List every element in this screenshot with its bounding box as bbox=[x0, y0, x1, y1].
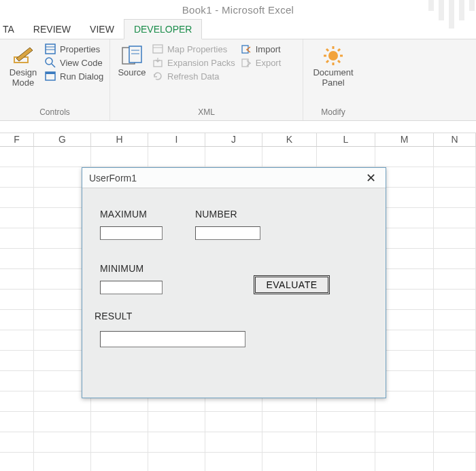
cell[interactable] bbox=[91, 412, 148, 432]
cell[interactable] bbox=[434, 188, 476, 208]
cell[interactable] bbox=[434, 269, 476, 290]
cell[interactable] bbox=[317, 412, 375, 432]
cell[interactable] bbox=[0, 371, 34, 391]
properties-label: Properties bbox=[60, 44, 100, 54]
maximum-input[interactable] bbox=[100, 226, 163, 240]
cell[interactable] bbox=[434, 330, 476, 351]
cell[interactable] bbox=[0, 208, 34, 228]
properties-button[interactable]: Properties bbox=[45, 43, 103, 54]
cell[interactable] bbox=[34, 147, 91, 167]
column-header-M[interactable]: M bbox=[375, 133, 434, 146]
design-mode-button[interactable]: Design Mode bbox=[4, 42, 42, 105]
view-code-button[interactable]: View Code bbox=[45, 57, 103, 68]
run-dialog-icon bbox=[45, 71, 56, 82]
cell[interactable] bbox=[434, 290, 476, 310]
evaluate-button[interactable]: EVALUATE bbox=[254, 275, 330, 294]
grid-row bbox=[0, 453, 476, 471]
view-code-icon bbox=[45, 57, 56, 68]
cell[interactable] bbox=[434, 249, 476, 269]
spreadsheet-grid[interactable]: FGHIJKLMN UserForm1 ✕ MAXIMUM NUMBER MIN… bbox=[0, 133, 476, 471]
cell[interactable] bbox=[34, 453, 91, 471]
cell[interactable] bbox=[148, 147, 205, 167]
cell[interactable] bbox=[262, 147, 317, 167]
cell[interactable] bbox=[0, 167, 34, 188]
number-input[interactable] bbox=[195, 226, 260, 240]
run-dialog-button[interactable]: Run Dialog bbox=[45, 71, 103, 82]
cell[interactable] bbox=[148, 412, 205, 432]
cell[interactable] bbox=[375, 453, 434, 471]
cell[interactable] bbox=[375, 432, 434, 453]
cell[interactable] bbox=[434, 147, 476, 167]
cell[interactable] bbox=[434, 412, 476, 432]
cell[interactable] bbox=[0, 453, 34, 471]
cell[interactable] bbox=[434, 391, 476, 412]
properties-icon bbox=[45, 43, 56, 54]
result-label: RESULT bbox=[95, 311, 132, 321]
import-button[interactable]: Import bbox=[241, 43, 282, 54]
result-input[interactable] bbox=[100, 331, 245, 347]
cell[interactable] bbox=[0, 249, 34, 269]
cell[interactable] bbox=[434, 453, 476, 471]
cell[interactable] bbox=[434, 351, 476, 371]
cell[interactable] bbox=[148, 432, 205, 453]
cell[interactable] bbox=[34, 412, 91, 432]
minimum-input[interactable] bbox=[100, 281, 163, 294]
tab-data[interactable]: TA bbox=[0, 20, 24, 39]
cell[interactable] bbox=[0, 412, 34, 432]
cell[interactable] bbox=[0, 290, 34, 310]
cell[interactable] bbox=[34, 432, 91, 453]
column-headers[interactable]: FGHIJKLMN bbox=[0, 133, 476, 147]
cell[interactable] bbox=[434, 371, 476, 391]
column-header-H[interactable]: H bbox=[91, 133, 148, 146]
tab-view[interactable]: VIEW bbox=[80, 20, 124, 39]
cell[interactable] bbox=[262, 412, 317, 432]
expansion-packs-button: Expansion Packs bbox=[152, 57, 235, 68]
cell[interactable] bbox=[434, 167, 476, 188]
column-header-G[interactable]: G bbox=[34, 133, 91, 146]
tab-developer[interactable]: DEVELOPER bbox=[124, 19, 203, 39]
ribbon: Design Mode Properties View Code bbox=[0, 39, 476, 121]
column-header-I[interactable]: I bbox=[148, 133, 205, 146]
column-header-J[interactable]: J bbox=[205, 133, 262, 146]
cell[interactable] bbox=[205, 453, 262, 471]
app-title: Book1 - Microsoft Excel bbox=[0, 0, 476, 18]
cell[interactable] bbox=[91, 432, 148, 453]
cell[interactable] bbox=[434, 432, 476, 453]
cell[interactable] bbox=[148, 453, 205, 471]
cell[interactable] bbox=[317, 147, 375, 167]
cell[interactable] bbox=[434, 208, 476, 228]
cell[interactable] bbox=[0, 391, 34, 412]
cell[interactable] bbox=[375, 147, 434, 167]
cell[interactable] bbox=[91, 147, 148, 167]
cell[interactable] bbox=[0, 310, 34, 330]
cell[interactable] bbox=[205, 432, 262, 453]
tab-review[interactable]: REVIEW bbox=[24, 20, 80, 39]
cell[interactable] bbox=[0, 351, 34, 371]
userform-titlebar[interactable]: UserForm1 ✕ bbox=[82, 168, 386, 188]
column-header-K[interactable]: K bbox=[262, 133, 317, 146]
column-header-N[interactable]: N bbox=[434, 133, 476, 146]
design-mode-label: Design Mode bbox=[10, 68, 37, 88]
cell[interactable] bbox=[317, 453, 375, 471]
document-panel-button[interactable]: Document Panel bbox=[307, 42, 359, 105]
cell[interactable] bbox=[317, 432, 375, 453]
column-header-F[interactable]: F bbox=[0, 133, 34, 146]
cell[interactable] bbox=[262, 453, 317, 471]
cell[interactable] bbox=[434, 310, 476, 330]
cell[interactable] bbox=[262, 432, 317, 453]
cell[interactable] bbox=[0, 188, 34, 208]
source-button[interactable]: Source bbox=[114, 42, 150, 105]
cell[interactable] bbox=[0, 147, 34, 167]
cell[interactable] bbox=[0, 269, 34, 290]
cell[interactable] bbox=[91, 453, 148, 471]
cell[interactable] bbox=[205, 147, 262, 167]
cell[interactable] bbox=[0, 330, 34, 351]
cell[interactable] bbox=[0, 432, 34, 453]
cell[interactable] bbox=[434, 228, 476, 249]
cell[interactable] bbox=[205, 412, 262, 432]
close-icon[interactable]: ✕ bbox=[362, 171, 380, 186]
column-header-L[interactable]: L bbox=[317, 133, 375, 146]
export-icon bbox=[241, 57, 252, 68]
cell[interactable] bbox=[0, 228, 34, 249]
cell[interactable] bbox=[375, 412, 434, 432]
